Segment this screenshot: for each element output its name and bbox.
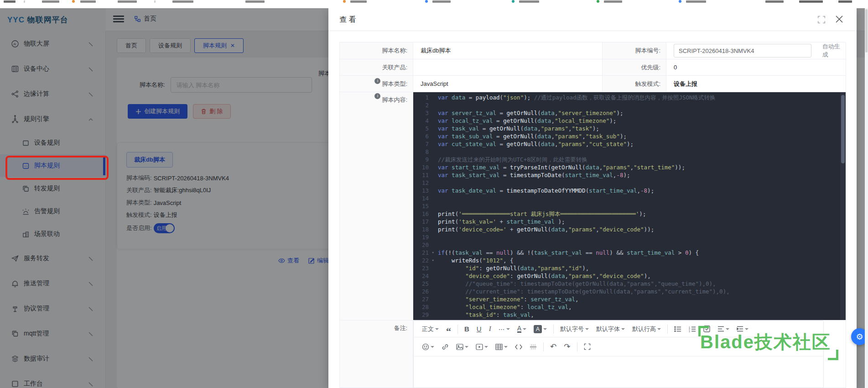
- bookmark-fragment[interactable]: [343, 0, 346, 3]
- emoji-icon[interactable]: [418, 341, 438, 353]
- font-family-select[interactable]: 默认字体: [593, 323, 629, 335]
- app-root: YYC 物联网平台 首页 AI 物联大屏 设备中心 边缘计算 规则引擎 设备规则…: [0, 8, 868, 388]
- script-code-input[interactable]: [674, 44, 811, 58]
- bookmark-fragment[interactable]: [679, 0, 681, 3]
- script-name-label: 脚本名称:: [340, 42, 413, 59]
- bullet-list-icon[interactable]: [670, 323, 685, 335]
- code-line: 15: [413, 202, 844, 210]
- code-line: 26 //"current_time": timestampToDate(get…: [413, 288, 844, 295]
- code-line: 18print('device_code=' + getOrNull(data,…: [413, 225, 844, 233]
- code-line: 3var server_tz_val = getOrNull(data,"ser…: [413, 109, 844, 117]
- code-editor-cell: 1var data = payload("json"); //通过payload…: [413, 92, 846, 320]
- line-height-select[interactable]: 默认行高: [629, 323, 665, 335]
- watermark: Blade技术社区: [700, 330, 831, 355]
- modal-header: 查 看: [328, 8, 857, 31]
- trigger-mode-label: 触发模式:: [603, 76, 666, 92]
- code-line: 8: [413, 148, 844, 156]
- bookmark-fragment[interactable]: [350, 0, 367, 3]
- product-label: 关联产品:: [340, 59, 413, 76]
- code-line: 12: [413, 179, 844, 187]
- note-content-area[interactable]: [414, 357, 823, 388]
- code-line: 16print('══════════════start 裁床js脚本═════…: [413, 210, 844, 218]
- paragraph-style-select[interactable]: 正文: [418, 323, 442, 335]
- close-icon[interactable]: [835, 15, 844, 24]
- bookmark-fragment[interactable]: [154, 0, 156, 3]
- code-line: 7var cut_state_val = getOrNull(data,"par…: [413, 140, 844, 148]
- underline-icon[interactable]: U: [473, 323, 485, 335]
- code-line: 11var task_start_val = timestampToDate(s…: [413, 171, 844, 179]
- code-line: 24 "device_code": getOrNull(data,"params…: [413, 272, 844, 280]
- script-code-cell: 自动生成: [666, 42, 846, 59]
- bookmark-fragment[interactable]: [80, 0, 96, 3]
- bookmark-fragment[interactable]: [838, 0, 852, 3]
- modal-title: 查 看: [339, 15, 356, 25]
- svg-text:3: 3: [689, 330, 690, 332]
- more-styles-icon[interactable]: ⋯: [495, 323, 514, 335]
- code-line: 27 "server_timezone": server_tz_val,: [413, 295, 844, 303]
- priority-value: 0: [666, 59, 846, 76]
- undo-icon[interactable]: ↶: [546, 341, 560, 353]
- code-line: 6var task_sub_val = getOrNull(data,"para…: [413, 132, 844, 140]
- editor-fullscreen-icon[interactable]: [580, 341, 594, 353]
- code-line: 1var data = payload("json"); //通过payload…: [413, 94, 844, 101]
- view-script-modal: 查 看 脚本名称: 裁床db脚本 脚本编号: 自动生成 关联产品: 优先级: 0…: [328, 8, 857, 388]
- script-name-value: 裁床db脚本: [413, 42, 603, 59]
- code-line: 22▾ writeRds("1012", {: [413, 257, 844, 264]
- auto-generate-label: 自动生成: [822, 42, 846, 59]
- bookmark-fragment[interactable]: [432, 0, 451, 3]
- code-line: 23 "id": getOrNull(data,"params","id"),: [413, 264, 844, 272]
- bookmark-fragment[interactable]: [425, 0, 428, 3]
- browser-scrollbar[interactable]: [865, 8, 868, 388]
- bookmark-fragment[interactable]: [512, 0, 515, 3]
- browser-bookmarks-bar: [0, 0, 868, 8]
- bookmark-fragment[interactable]: [42, 0, 59, 3]
- bold-icon[interactable]: B: [461, 323, 473, 335]
- code-editor-scrollbar[interactable]: [840, 92, 846, 320]
- bookmark-fragment[interactable]: [24, 0, 25, 3]
- image-icon[interactable]: [452, 341, 472, 353]
- code-block-icon[interactable]: [511, 341, 526, 353]
- bookmark-fragment[interactable]: [519, 0, 539, 3]
- redo-icon[interactable]: ↷: [560, 341, 574, 353]
- video-icon[interactable]: [472, 341, 492, 353]
- script-content-label: i脚本内容:: [340, 92, 413, 320]
- fullscreen-icon[interactable]: [817, 16, 826, 24]
- info-icon: i: [374, 93, 380, 99]
- bookmark-fragment[interactable]: [72, 0, 75, 3]
- code-editor[interactable]: 1var data = payload("json"); //通过payload…: [413, 92, 844, 320]
- scrollbar-thumb[interactable]: [865, 9, 868, 52]
- table-icon[interactable]: [492, 341, 511, 353]
- font-color-icon[interactable]: A: [514, 323, 530, 335]
- blockquote-icon[interactable]: “: [442, 323, 455, 335]
- code-line: 25 //"queue_time": timestampToDate(getOr…: [413, 280, 844, 288]
- product-value: [413, 59, 603, 76]
- bookmark-fragment[interactable]: [172, 0, 193, 3]
- code-line: 14: [413, 194, 844, 202]
- link-icon[interactable]: [438, 341, 452, 353]
- note-label: 备注:: [340, 320, 413, 388]
- code-line: 17print('task_val=' + start_time_val );: [413, 218, 844, 225]
- divider-icon[interactable]: [526, 341, 541, 353]
- font-size-select[interactable]: 默认字号: [556, 323, 593, 335]
- bookmark-fragment[interactable]: [765, 0, 784, 3]
- bookmark-fragment[interactable]: [245, 0, 265, 3]
- bookmark-fragment[interactable]: [686, 0, 706, 3]
- code-line: 9//裁床发送过来的开始时间为UTC+8区时间，此处需要转换: [413, 156, 844, 163]
- script-code-label: 脚本编号:: [603, 42, 666, 59]
- bookmark-fragment[interactable]: [118, 0, 137, 3]
- highlight-color-icon[interactable]: A: [530, 323, 551, 335]
- code-line: 28 "local_timezone": local_tz_val,: [413, 303, 844, 311]
- code-line: 4var local_tz_val = getOrNull(data,"loca…: [413, 117, 844, 125]
- bookmark-fragment[interactable]: [597, 0, 599, 3]
- code-line: 29 "task_id": task_val,: [413, 311, 844, 319]
- code-line: 19: [413, 233, 844, 241]
- bookmark-fragment[interactable]: [4, 0, 16, 3]
- script-type-label: i脚本类型:: [340, 76, 413, 92]
- script-type-value: JavaScript: [413, 76, 603, 92]
- code-line: 20: [413, 241, 844, 249]
- ordered-list-icon[interactable]: 123: [685, 323, 700, 335]
- italic-icon[interactable]: I: [485, 323, 495, 335]
- bookmark-fragment[interactable]: [799, 0, 823, 3]
- code-line: 5var task_val = getOrNull(data,"params",…: [413, 125, 844, 132]
- bookmark-fragment[interactable]: [604, 0, 622, 3]
